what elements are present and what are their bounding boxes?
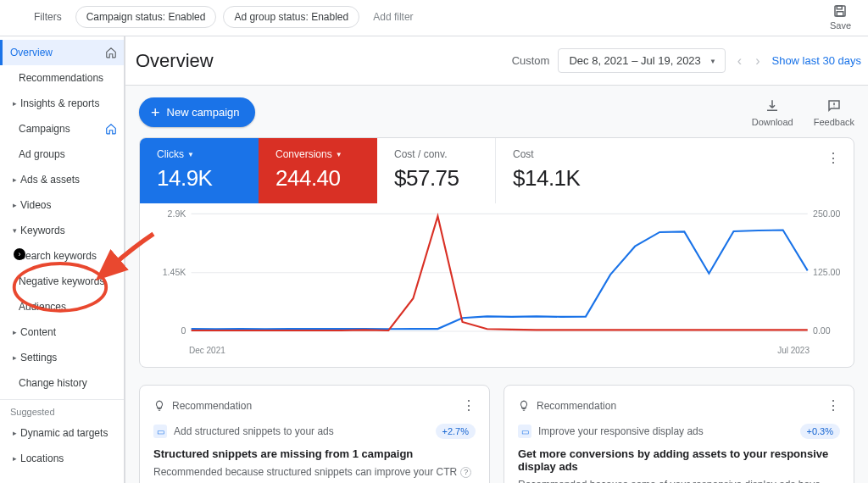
chevron-right-icon: ▸ [10,454,19,463]
sidebar-item-label: Change history [19,377,87,389]
sidebar-item-negative-keywords[interactable]: Negative keywords [0,269,124,294]
metrics-chart-card: Clicks▼ 14.9K Conversions▼ 244.40 Cost /… [139,137,854,368]
sidebar: › Overview Recommendations ▸Insights & r… [0,36,125,483]
recommendation-card: Recommendation ⋮ ▭ Improve your responsi… [504,385,854,483]
feedback-icon [826,98,842,114]
chart-menu-button[interactable]: ⋮ [813,138,854,203]
chevron-right-icon: ▸ [10,353,19,362]
sidebar-item-locations[interactable]: ▸Locations [0,446,124,471]
metric-value: $14.1K [513,165,598,192]
lightbulb-icon [518,400,530,412]
metric-name: Cost [513,148,534,160]
metric-name: Clicks [157,148,184,160]
recommendations-row: Recommendation ⋮ ▭ Add structured snippe… [139,385,854,483]
recommendation-title: Structured snippets are missing from 1 c… [153,447,476,460]
save-label: Save [830,20,851,31]
sidebar-item-videos[interactable]: ▸Videos [0,192,124,218]
metric-cost-per-conv[interactable]: Cost / conv. $57.75 [377,138,496,203]
download-button[interactable]: Download [752,98,793,127]
sidebar-item-label: Videos [20,199,51,211]
chart-body: 2.9K250.001.45K125.0000.00 Dec 2021 Jul … [140,203,854,367]
metric-value: $57.75 [394,165,478,192]
recommendation-desc: Recommended because structured snippets … [153,465,476,480]
metric-clicks[interactable]: Clicks▼ 14.9K [140,138,259,203]
page-title: Overview [136,50,214,72]
sidebar-item-ads-assets[interactable]: ▸Ads & assets [0,167,124,192]
sidebar-item-overview[interactable]: Overview [0,40,124,65]
sidebar-item-label: Overview [10,47,53,58]
sidebar-item-change-history[interactable]: Change history [0,370,124,396]
recommendation-label: Recommendation [172,400,252,412]
recommendation-subtitle: Improve your responsive display ads [538,425,704,437]
sidebar-item-recommendations[interactable]: Recommendations [0,65,124,91]
sidebar-item-campaigns[interactable]: Campaigns [0,116,124,142]
sidebar-item-label: Ads & assets [20,174,80,186]
chart-x-axis: Dec 2021 Jul 2023 [148,344,845,360]
svg-text:125.00: 125.00 [813,267,840,277]
metrics-row: Clicks▼ 14.9K Conversions▼ 244.40 Cost /… [140,138,854,203]
chevron-down-icon: ▾ [10,226,19,235]
sidebar-item-settings[interactable]: ▸Settings [0,345,124,370]
date-range-picker[interactable]: Dec 8, 2021 – Jul 19, 2023 [558,48,725,73]
chevron-right-icon: ▸ [10,175,19,184]
filter-chip-campaign-status[interactable]: Campaign status: Enabled [75,6,217,28]
display-ad-icon: ▭ [518,425,531,438]
filters-bar: Filters Campaign status: Enabled Ad grou… [0,0,868,36]
metric-value: 244.40 [275,165,360,192]
main-content: Overview Custom Dec 8, 2021 – Jul 19, 20… [125,36,868,483]
metric-name: Conversions [275,148,332,160]
x-axis-start: Dec 2021 [189,346,225,355]
sidebar-item-adgroups[interactable]: Ad groups [0,142,124,167]
sidebar-item-label: Audiences [19,301,66,313]
sidebar-item-label: Campaigns [19,123,70,135]
chevron-right-icon: ▸ [10,429,19,437]
sidebar-item-dynamic-ad-targets[interactable]: ▸Dynamic ad targets [0,420,124,446]
svg-text:0: 0 [181,325,186,336]
svg-text:0.00: 0.00 [813,325,831,336]
download-icon [765,98,780,114]
sidebar-item-label: Keywords [20,225,65,236]
sidebar-item-label: Search keywords [19,250,97,262]
svg-rect-2 [837,12,844,16]
chevron-down-icon: ▼ [187,151,194,158]
add-filter-button[interactable]: Add filter [366,7,420,27]
help-icon[interactable]: ? [460,467,471,478]
home-icon [105,123,117,135]
svg-text:250.00: 250.00 [813,208,840,219]
download-label: Download [752,117,793,127]
feedback-button[interactable]: Feedback [814,98,854,127]
metric-conversions[interactable]: Conversions▼ 244.40 [259,138,377,203]
feedback-label: Feedback [814,117,854,127]
svg-rect-1 [837,6,843,9]
recommendation-pct-badge: +2.7% [436,424,476,439]
show-last-30-days-link[interactable]: Show last 30 days [771,54,861,67]
recommendation-card: Recommendation ⋮ ▭ Add structured snippe… [139,385,490,483]
new-campaign-button[interactable]: + New campaign [139,97,255,127]
sidebar-item-audiences[interactable]: Audiences [0,294,124,319]
date-prev-button[interactable]: ‹ [734,50,745,72]
line-chart: 2.9K250.001.45K125.0000.00 [148,208,845,344]
home-icon [105,47,117,58]
card-menu-button[interactable]: ⋮ [826,397,840,414]
sidebar-suggested-header: Suggested [0,399,124,420]
sidebar-item-keywords[interactable]: ▾Keywords [0,218,124,243]
sidebar-item-label: Settings [20,352,57,364]
save-button[interactable]: Save [830,3,851,31]
card-menu-button[interactable]: ⋮ [462,397,476,414]
date-custom-label: Custom [512,54,550,67]
sidebar-scroll-indicator[interactable]: › [14,248,25,260]
sidebar-item-insights[interactable]: ▸Insights & reports [0,91,124,116]
sidebar-item-label: Negative keywords [19,275,104,287]
filter-chip-adgroup-status[interactable]: Ad group status: Enabled [223,6,359,28]
plus-icon: + [151,107,160,119]
metric-cost[interactable]: Cost $14.1K [496,138,615,203]
page-header: Overview Custom Dec 8, 2021 – Jul 19, 20… [125,36,868,86]
date-next-button[interactable]: › [752,50,763,72]
recommendation-subtitle: Add structured snippets to your ads [174,425,334,437]
sidebar-item-label: Recommendations [19,72,103,84]
new-campaign-label: New campaign [167,106,240,119]
sidebar-item-content[interactable]: ▸Content [0,319,124,345]
recommendation-pct-badge: +0.3% [800,424,841,439]
sidebar-item-label: Insights & reports [20,97,99,109]
svg-text:1.45K: 1.45K [163,267,186,277]
